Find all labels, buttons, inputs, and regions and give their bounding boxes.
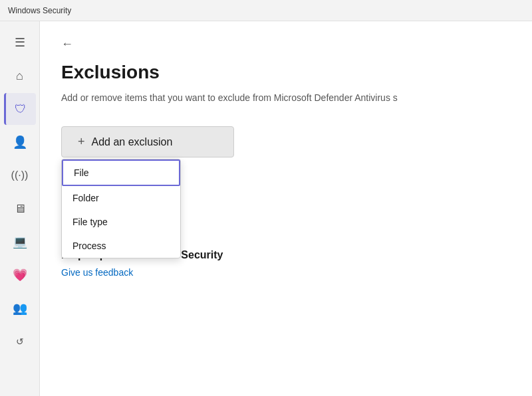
person-icon: 👤 <box>13 135 27 149</box>
plus-icon: + <box>78 135 85 149</box>
app-title: Windows Security <box>8 6 71 15</box>
wifi-icon: ((·)) <box>11 169 29 181</box>
health-icon: 💗 <box>13 268 27 282</box>
dropdown-item-process[interactable]: Process <box>62 234 180 258</box>
sidebar-item-home[interactable]: ⌂ <box>4 60 36 92</box>
dropdown-item-folder[interactable]: Folder <box>62 186 180 210</box>
back-button[interactable]: ← <box>61 37 511 51</box>
main-content: ← Exclusions Add or remove items that yo… <box>40 21 532 396</box>
family-icon: 👥 <box>13 301 27 316</box>
app-container: ☰ ⌂ 🛡 👤 ((·)) 🖥 💻 💗 👥 <box>0 21 532 396</box>
browser-icon: 🖥 <box>14 202 26 216</box>
dropdown-item-file-type[interactable]: File type <box>62 210 180 234</box>
sidebar: ☰ ⌂ 🛡 👤 ((·)) 🖥 💻 💗 👥 <box>0 21 40 396</box>
sidebar-item-firewall[interactable]: ((·)) <box>4 159 36 191</box>
feedback-link[interactable]: Give us feedback <box>61 267 133 278</box>
shield-icon: 🛡 <box>15 102 27 116</box>
process-option-label: Process <box>72 241 106 251</box>
home-icon: ⌂ <box>16 69 23 83</box>
sidebar-item-browser[interactable]: 🖥 <box>4 193 36 225</box>
back-arrow-icon: ← <box>61 37 73 51</box>
exclusion-dropdown: File Folder File type Process <box>61 159 181 258</box>
device-icon: 💻 <box>13 235 27 249</box>
add-exclusion-button[interactable]: + Add an exclusion <box>61 126 234 157</box>
page-title: Exclusions <box>61 62 511 83</box>
file-option-label: File <box>74 167 89 178</box>
file-type-option-label: File type <box>72 217 108 227</box>
sidebar-item-history[interactable]: ↺ <box>4 326 36 357</box>
sidebar-item-menu[interactable]: ☰ <box>4 27 36 58</box>
sidebar-item-device[interactable]: 💻 <box>4 226 36 258</box>
add-exclusion-wrapper: + Add an exclusion File Folder File type… <box>61 126 234 157</box>
page-description: Add or remove items that you want to exc… <box>61 91 511 105</box>
dropdown-item-file[interactable]: File <box>62 159 180 186</box>
sidebar-item-account[interactable]: 👤 <box>4 126 36 158</box>
sidebar-item-family[interactable]: 👥 <box>4 292 36 324</box>
sidebar-item-shield[interactable]: 🛡 <box>4 93 36 125</box>
history-icon: ↺ <box>16 336 24 347</box>
title-bar: Windows Security <box>0 0 532 21</box>
sidebar-item-health[interactable]: 💗 <box>4 259 36 291</box>
hamburger-icon: ☰ <box>15 35 25 50</box>
add-exclusion-label: Add an exclusion <box>92 136 173 148</box>
folder-option-label: Folder <box>72 193 99 203</box>
